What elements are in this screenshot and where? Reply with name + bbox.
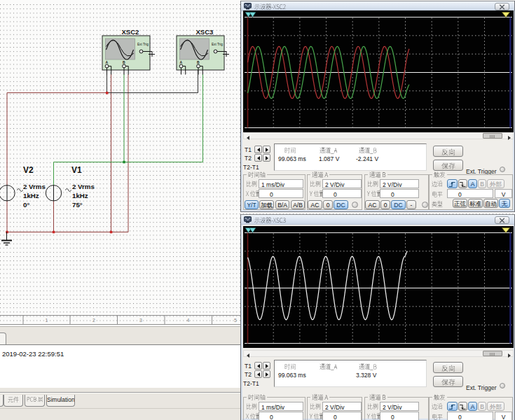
channel-b-legend <box>368 172 387 179</box>
yt-mode-button[interactable]: Y/T <box>245 200 259 209</box>
border-number: 2 <box>92 318 95 323</box>
channel-b-dc-button[interactable]: DC <box>391 200 406 209</box>
terminal[interactable] <box>179 64 183 68</box>
scrollbar-thumb[interactable] <box>483 133 502 139</box>
level-unit-box: V <box>495 412 512 420</box>
channel-a-scale-input[interactable]: 2 V/Div <box>322 179 362 188</box>
cursor-diff-label: T2-T1 <box>243 380 259 387</box>
channel-b-indicator <box>422 202 428 208</box>
scrollbar-thumb[interactable] <box>483 351 502 356</box>
falling-edge-button[interactable] <box>458 402 467 411</box>
channel-b-scale-input[interactable]: 2 V/Div <box>380 402 419 411</box>
t1-right-button[interactable] <box>263 146 270 153</box>
trigger-b-button[interactable]: B <box>478 179 486 188</box>
trigger-a-button[interactable]: A <box>468 402 477 411</box>
time-column-header <box>284 147 296 155</box>
channel-b-ac-button[interactable]: AC <box>365 200 380 209</box>
titlebar[interactable] <box>241 214 514 225</box>
reverse-button[interactable] <box>433 146 463 157</box>
scale-label <box>246 181 257 188</box>
readout-table: 99.063 ms 3.328 V <box>274 360 427 387</box>
trigger-none-button[interactable]: 无 <box>499 199 510 208</box>
terminal[interactable] <box>105 64 109 68</box>
x-position-input[interactable]: 0 <box>259 412 303 420</box>
trigger-level-input[interactable]: 0 <box>447 189 493 198</box>
t2-left-button[interactable] <box>254 154 262 162</box>
ab-mode-button[interactable]: A/B <box>291 200 305 209</box>
trigger-level-input[interactable]: 0 <box>447 412 493 420</box>
close-button[interactable] <box>495 3 509 10</box>
scope-plot <box>243 226 514 348</box>
terminal[interactable] <box>123 64 126 68</box>
source-ref: V1 <box>71 165 82 175</box>
trigger-b-button[interactable]: B <box>478 402 486 411</box>
readout-table: 99.063 ms 1.087 V -2.241 V <box>274 144 427 171</box>
t2-right-button[interactable] <box>263 370 270 378</box>
t2-left-button[interactable] <box>254 370 262 378</box>
horizontal-scrollbar[interactable] <box>243 350 514 357</box>
ext-trigger-indicator <box>500 383 505 388</box>
scroll-left-button[interactable] <box>244 351 252 356</box>
multisim-screen: 1 2 3 4 5 <box>0 0 515 420</box>
cursor1-label: T1 <box>245 146 252 153</box>
readout-panel: T1 T2 T2-T1 99.063 ms 3.328 V Ext. Trigg… <box>241 358 515 391</box>
timebase-group: 1 ms/Div 0 Y/T 加载 B/A A/B <box>243 174 305 210</box>
terminal-label: A <box>106 61 109 64</box>
channel-b-scale-input[interactable]: 2 V/Div <box>380 179 419 188</box>
scale-label <box>310 403 321 411</box>
falling-edge-button[interactable] <box>458 179 467 188</box>
channel-a-ac-button[interactable]: AC <box>308 200 322 209</box>
rising-edge-button[interactable] <box>447 402 458 411</box>
t1-left-button[interactable] <box>254 362 262 370</box>
channel-a-position-input[interactable]: 0 <box>322 412 362 420</box>
channel-b-invert-button[interactable]: - <box>406 200 416 209</box>
close-button[interactable] <box>495 216 509 224</box>
trigger-single-button[interactable]: 正弦 <box>453 199 467 208</box>
timebase-group: 1 ms/Div 0 Y/T 加载 B/A A/B <box>243 397 305 420</box>
save-button[interactable] <box>433 376 463 387</box>
rising-edge-button[interactable] <box>447 179 458 188</box>
channel-a-legend <box>310 394 329 402</box>
reverse-button[interactable] <box>433 362 463 373</box>
channel-b-zero-button[interactable]: 0 <box>380 200 390 209</box>
add-mode-button[interactable]: 加载 <box>259 200 274 209</box>
channel-b-column-header <box>359 147 377 155</box>
tab-components[interactable] <box>4 395 23 407</box>
border-number: 3 <box>139 318 142 323</box>
trigger-ext-button[interactable]: 外部 <box>487 179 504 188</box>
scroll-right-button[interactable] <box>505 351 513 356</box>
t1-right-button[interactable] <box>263 362 270 370</box>
ba-mode-button[interactable]: B/A <box>275 200 289 209</box>
tab-pcb-layers[interactable] <box>25 395 45 407</box>
design-tab-partial[interactable] <box>0 332 6 345</box>
timebase-scale-input[interactable]: 1 ms/Div <box>259 402 303 411</box>
channel-a-zero-button[interactable]: 0 <box>323 200 333 209</box>
ext-trig-terminal[interactable] <box>214 50 217 53</box>
x-position-input[interactable]: 0 <box>259 189 303 198</box>
trigger-ext-button[interactable]: 外部 <box>487 402 504 411</box>
instrument-ref: XSC2 <box>122 28 139 36</box>
channel-b-position-input[interactable]: 0 <box>380 189 419 198</box>
titlebar[interactable] <box>241 1 514 11</box>
scroll-left-button[interactable] <box>244 133 252 139</box>
cursor2-label: T2 <box>245 155 252 162</box>
scroll-right-button[interactable] <box>505 133 513 139</box>
channel-a-position-input[interactable]: 0 <box>322 189 362 198</box>
ext-trigger-indicator <box>500 167 505 172</box>
timebase-scale-input[interactable]: 1 ms/Div <box>259 179 303 188</box>
trigger-normal-button[interactable]: 标准 <box>468 199 483 208</box>
channel-a-dc-button[interactable]: DC <box>334 200 348 209</box>
terminal[interactable] <box>197 64 200 68</box>
horizontal-scrollbar[interactable] <box>243 132 514 139</box>
channel-a-scale-input[interactable]: 2 V/Div <box>322 402 362 411</box>
ext-trig-terminal[interactable] <box>139 50 143 53</box>
tab-simulation[interactable]: Simulation <box>46 395 75 407</box>
border-number: 4 <box>187 318 190 323</box>
t2-right-button[interactable] <box>263 154 270 162</box>
timebase-legend <box>247 172 267 179</box>
t1-left-button[interactable] <box>254 146 262 153</box>
save-button[interactable] <box>433 160 463 171</box>
channel-b-position-input[interactable]: 0 <box>380 412 419 420</box>
trigger-auto-button[interactable]: 自动 <box>483 199 498 208</box>
trigger-a-button[interactable]: A <box>468 179 477 188</box>
